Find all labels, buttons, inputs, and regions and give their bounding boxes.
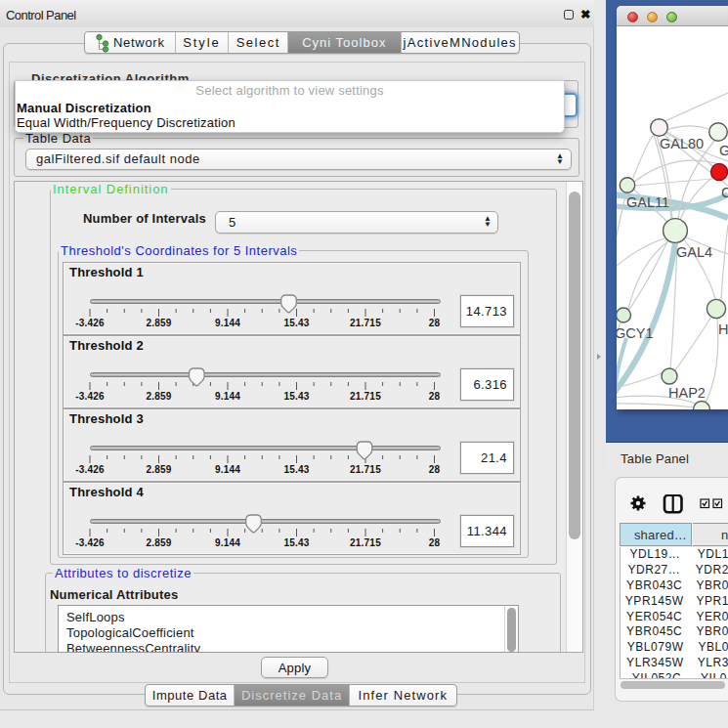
svg-text:HAP2: HAP2 [668,385,706,401]
svg-text:C: C [721,185,728,200]
svg-text:GA: GA [719,143,728,158]
svg-text:H: H [718,321,728,337]
svg-text:GAL4: GAL4 [676,244,712,260]
svg-text:GAL80: GAL80 [660,136,704,151]
svg-text:GCY1: GCY1 [617,325,654,341]
svg-text:GAL11: GAL11 [626,194,669,210]
